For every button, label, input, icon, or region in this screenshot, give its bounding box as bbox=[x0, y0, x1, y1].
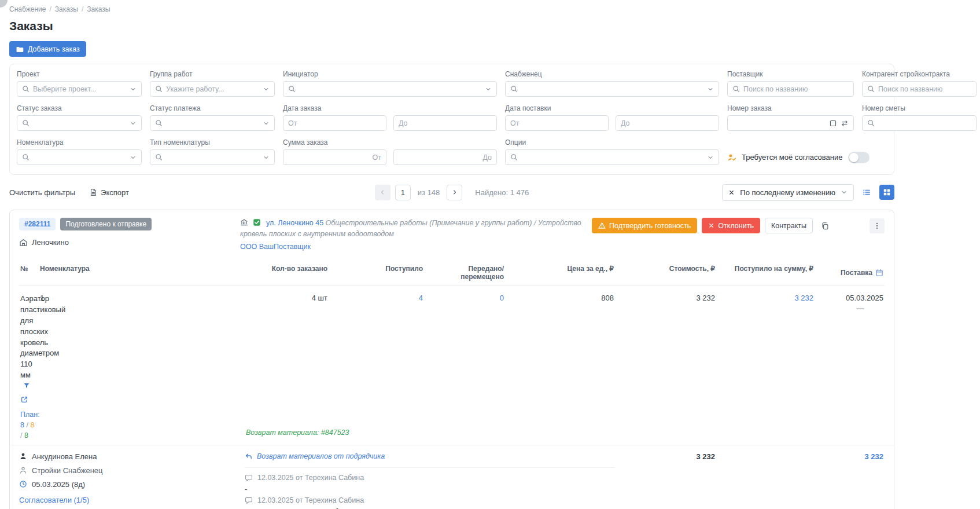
contract-party-input[interactable] bbox=[878, 85, 971, 93]
estimate-number-input[interactable] bbox=[878, 119, 971, 127]
comment-meta: 12.03.2025 от Терехина Сабина bbox=[245, 496, 885, 504]
copy-icon bbox=[821, 222, 829, 230]
project-select[interactable] bbox=[17, 81, 142, 97]
nomenclature-input[interactable] bbox=[33, 153, 126, 162]
nomenclature-type-input[interactable] bbox=[166, 153, 259, 162]
filter-delivery-date: Дата поставки bbox=[505, 104, 719, 131]
breadcrumb-link-orders[interactable]: Заказы bbox=[55, 5, 83, 13]
found-count: Найдено: 1 476 bbox=[475, 188, 529, 197]
filter-nomenclature-type-label: Тип номенклатуры bbox=[150, 138, 275, 147]
payment-status-select[interactable] bbox=[150, 115, 275, 131]
order-sum-to-input[interactable] bbox=[399, 153, 492, 162]
clear-filters-button[interactable]: Очистить фильтры bbox=[9, 188, 75, 197]
green-check-icon bbox=[253, 218, 261, 226]
vendor-search[interactable] bbox=[727, 81, 854, 97]
breadcrumb-link-orders-2[interactable]: Заказы bbox=[87, 5, 110, 13]
nomenclature-select[interactable] bbox=[17, 149, 142, 165]
filter-funnel-icon[interactable] bbox=[23, 382, 30, 389]
work-group-select[interactable] bbox=[150, 81, 275, 97]
return-materials-link[interactable]: Возврат материалов от подрядчика bbox=[245, 452, 615, 468]
order-number-input[interactable] bbox=[732, 119, 826, 127]
estimate-number-search[interactable] bbox=[862, 115, 977, 131]
plan-link[interactable]: План: bbox=[20, 411, 40, 419]
chevron-down-icon bbox=[707, 154, 714, 161]
filter-estimate-number: Номер сметы bbox=[862, 104, 977, 131]
project-address-link[interactable]: ул. Леночкино 45 bbox=[266, 219, 323, 227]
grid-view-button[interactable] bbox=[879, 185, 894, 200]
order-number-field[interactable] bbox=[727, 115, 854, 131]
filter-initiator-label: Инициатор bbox=[283, 70, 497, 78]
delivery-date-to-input[interactable] bbox=[621, 119, 714, 127]
project-input[interactable] bbox=[33, 85, 126, 93]
supplier-agent-input[interactable] bbox=[521, 85, 703, 93]
received-value[interactable]: 4 bbox=[329, 293, 424, 367]
nomenclature-cell: Аэратор пластиковый для плоских кровель … bbox=[19, 293, 39, 441]
sort-label: По последнему изменению bbox=[740, 188, 835, 197]
sort-control[interactable]: По последнему изменению bbox=[722, 184, 854, 201]
order-date-to-input[interactable] bbox=[399, 119, 492, 127]
total-received-sum[interactable]: 3 232 bbox=[716, 452, 885, 468]
orders-page: Снабжение Заказы Заказы Заказы Добавить … bbox=[9, 0, 894, 509]
search-icon bbox=[22, 119, 30, 127]
filter-work-group: Группа работ bbox=[150, 70, 275, 97]
chevron-down-icon bbox=[263, 86, 270, 93]
contract-party-search[interactable] bbox=[862, 81, 977, 97]
order-id-badge[interactable]: #282111 bbox=[19, 218, 56, 230]
options-input[interactable] bbox=[521, 153, 703, 162]
confirm-readiness-button[interactable]: Подтвердить готовность bbox=[592, 218, 697, 233]
external-link-icon[interactable] bbox=[20, 396, 28, 404]
moved-value[interactable]: 0 bbox=[424, 293, 505, 367]
contracts-button[interactable]: Контракты bbox=[765, 218, 813, 233]
chevron-down-icon bbox=[130, 86, 137, 93]
search-icon bbox=[510, 153, 518, 161]
order-status-input[interactable] bbox=[33, 119, 126, 127]
prev-page-button[interactable] bbox=[375, 185, 390, 200]
copy-button[interactable] bbox=[817, 218, 832, 233]
row-num: 1 bbox=[39, 293, 245, 367]
filter-options: Опции bbox=[505, 138, 719, 165]
list-view-button[interactable] bbox=[859, 185, 874, 200]
comment-icon bbox=[245, 474, 253, 482]
supplier-agent-select[interactable] bbox=[505, 81, 719, 97]
work-group-input[interactable] bbox=[166, 85, 259, 93]
chevron-down-icon bbox=[130, 120, 137, 127]
initiator-select[interactable] bbox=[283, 81, 497, 97]
options-select[interactable] bbox=[505, 149, 719, 165]
table-row: 1 Аэратор пластиковый для плоских кровел… bbox=[10, 286, 894, 445]
export-button[interactable]: Экспорт bbox=[89, 188, 129, 197]
vendor-input[interactable] bbox=[743, 85, 849, 93]
order-status-select[interactable] bbox=[17, 115, 142, 131]
received-sum-value[interactable]: 3 232 bbox=[716, 293, 815, 367]
qty-value: 4 шт bbox=[245, 293, 329, 367]
supplier-link[interactable]: ООО ВашПоставщик bbox=[240, 241, 584, 252]
chevron-down-icon bbox=[707, 86, 714, 93]
page-input[interactable] bbox=[395, 185, 411, 200]
delivery-date-from-input[interactable] bbox=[510, 119, 603, 127]
add-order-button[interactable]: Добавить заказ bbox=[9, 41, 86, 57]
col-qty: Кол-во заказано bbox=[245, 259, 329, 285]
calendar-icon bbox=[875, 269, 883, 277]
more-actions-button[interactable] bbox=[870, 218, 885, 233]
approval-toggle[interactable] bbox=[848, 152, 870, 163]
grid-view-icon bbox=[883, 188, 891, 196]
next-page-button[interactable] bbox=[447, 185, 462, 200]
payment-status-input[interactable] bbox=[166, 119, 259, 127]
checkbox-icon[interactable] bbox=[829, 119, 837, 127]
table-header: № Номенклатура Кол-во заказано Поступило… bbox=[19, 259, 885, 286]
role-row: Стройки Снабженец bbox=[19, 466, 245, 475]
order-date-from-input[interactable] bbox=[288, 119, 381, 127]
order-sum-from-input[interactable] bbox=[288, 153, 381, 162]
building-icon bbox=[240, 218, 248, 226]
initiator-input[interactable] bbox=[299, 85, 481, 93]
search-icon bbox=[510, 85, 518, 93]
comment-icon bbox=[245, 496, 253, 504]
filter-vendor-label: Поставщик bbox=[727, 70, 854, 78]
breadcrumb-link-supply[interactable]: Снабжение bbox=[9, 5, 51, 13]
clock-icon bbox=[19, 480, 27, 488]
nomenclature-type-select[interactable] bbox=[150, 149, 275, 165]
decline-button[interactable]: Отклонить bbox=[702, 218, 760, 233]
swap-icon[interactable] bbox=[841, 119, 849, 127]
clear-sort-icon[interactable] bbox=[728, 189, 735, 196]
approvers-link[interactable]: Согласователи (1/5) bbox=[19, 496, 245, 504]
contracts-label: Контракты bbox=[771, 222, 806, 230]
